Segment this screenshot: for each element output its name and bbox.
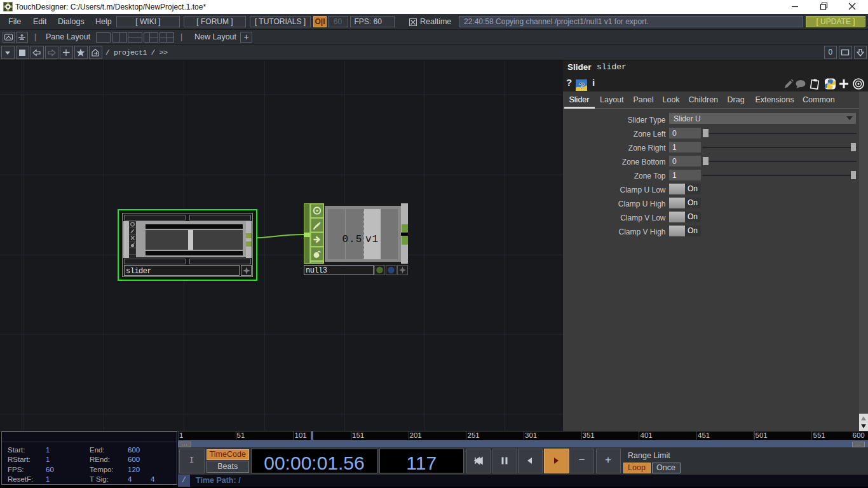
- svg-text:?: ?: [579, 79, 585, 90]
